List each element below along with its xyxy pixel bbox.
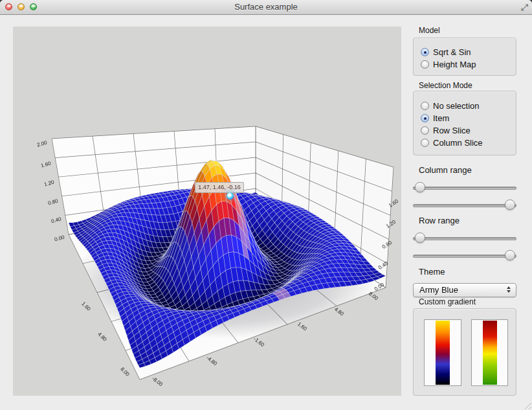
radio-button-icon[interactable]: [421, 102, 429, 110]
app-window: Surface example ⤢ 1.47, 1.46, -0.16 2.00…: [0, 0, 532, 410]
combobox-stepper-icon: [507, 286, 511, 293]
radio-no-selection-label: No selection: [433, 101, 480, 111]
radio-sqrt-sin[interactable]: Sqrt & Sin: [421, 46, 516, 58]
radio-button-icon[interactable]: [421, 48, 429, 56]
fullscreen-icon[interactable]: ⤢: [521, 1, 528, 14]
radio-item-label: Item: [433, 113, 449, 123]
resize-grip[interactable]: [523, 401, 531, 409]
model-label: Model: [419, 26, 516, 35]
column-range-label: Column range: [419, 165, 516, 175]
radio-item[interactable]: Item: [421, 112, 516, 124]
surface-plot-area[interactable]: 1.47, 1.46, -0.16 2.001.601.200.800.400.…: [13, 27, 401, 396]
slider-track[interactable]: [413, 187, 516, 190]
row-range-max-slider[interactable]: [413, 250, 516, 262]
selection-mode-groupbox: No selection Item Row Slice Column Slice: [413, 91, 516, 155]
slider-handle[interactable]: [415, 182, 425, 192]
theme-combobox-value: Army Blue: [419, 284, 458, 297]
row-range-min-slider[interactable]: [413, 233, 516, 244]
selected-point-marker: [227, 192, 234, 199]
radio-sqrt-sin-label: Sqrt & Sin: [433, 47, 471, 57]
radio-row-slice[interactable]: Row Slice: [421, 124, 516, 137]
row-range-label: Row range: [419, 216, 516, 225]
selected-point-label: 1.47, 1.46, -0.16: [195, 182, 244, 193]
radio-button-icon[interactable]: [421, 126, 429, 135]
slider-track[interactable]: [413, 237, 516, 240]
model-groupbox: Sqrt & Sin Height Map: [413, 38, 516, 76]
slider-track[interactable]: [413, 255, 516, 258]
custom-gradient-label: Custom gradient: [419, 297, 516, 306]
radio-column-slice-label: Column Slice: [433, 138, 483, 148]
radio-column-slice[interactable]: Column Slice: [421, 137, 516, 149]
radio-no-selection[interactable]: No selection: [421, 100, 516, 112]
radio-height-map-label: Height Map: [433, 60, 476, 69]
window-title: Surface example: [0, 0, 532, 14]
column-range-min-slider[interactable]: [413, 182, 516, 194]
gradient-two-swatch: [483, 321, 497, 385]
radio-height-map[interactable]: Height Map: [421, 58, 516, 71]
slider-handle[interactable]: [505, 199, 515, 210]
column-range-max-slider[interactable]: [413, 199, 516, 211]
gradient-one-button[interactable]: [424, 319, 461, 386]
surface-3d-canvas[interactable]: [13, 27, 401, 396]
slider-track[interactable]: [413, 204, 516, 207]
theme-combobox[interactable]: Army Blue: [413, 283, 516, 297]
gradient-one-swatch: [436, 321, 450, 385]
radio-button-icon[interactable]: [421, 114, 429, 122]
selection-mode-label: Selection Mode: [419, 81, 516, 90]
custom-gradient-groupbox: [413, 308, 516, 396]
radio-button-icon[interactable]: [421, 139, 429, 147]
radio-button-icon[interactable]: [421, 60, 429, 69]
title-bar[interactable]: Surface example ⤢: [0, 0, 532, 15]
slider-handle[interactable]: [415, 233, 425, 243]
radio-row-slice-label: Row Slice: [433, 126, 471, 135]
slider-handle[interactable]: [505, 250, 515, 260]
theme-label: Theme: [419, 267, 516, 277]
gradient-two-button[interactable]: [471, 319, 508, 386]
